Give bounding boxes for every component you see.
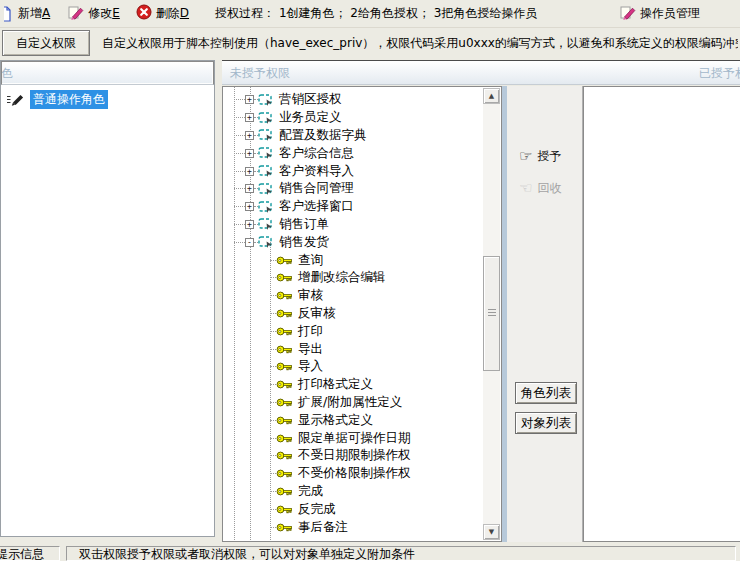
tree-connector	[234, 206, 245, 207]
tree-connector	[234, 171, 245, 172]
tree-permission-node[interactable]: 限定单据可操作日期	[224, 429, 483, 447]
expand-toggle-icon[interactable]: +	[245, 149, 254, 158]
tab-custom-permission[interactable]: 自定义权限	[2, 30, 90, 56]
roles-panel: 角色 普通操作角色	[0, 60, 215, 537]
tree-branch-node[interactable]: -销售发货	[224, 233, 483, 251]
tree-node-label: 增删改综合编辑	[298, 269, 386, 286]
key-icon	[276, 272, 293, 283]
expand-toggle-icon[interactable]: +	[245, 113, 254, 122]
tree-permission-node[interactable]: 反审核	[224, 305, 483, 323]
role-pen-icon	[6, 93, 30, 106]
key-icon	[276, 415, 293, 426]
scrollbar-thumb[interactable]	[483, 256, 500, 371]
module-icon	[258, 129, 273, 141]
permissions-header-bar: 未授予权限 已授予权限	[222, 61, 740, 85]
expand-toggle-icon[interactable]: +	[245, 184, 254, 193]
unauthorized-permissions-tree: +营销区授权+业务员定义+配置及数据字典+客户综合信息+客户资料导入+销售合同管…	[222, 86, 502, 542]
key-icon	[276, 308, 293, 319]
operator-management-button[interactable]: 操作员管理	[620, 4, 700, 23]
grant-button-label: 授予	[537, 148, 561, 165]
edit-button[interactable]: 修改E	[64, 2, 124, 25]
module-icon	[258, 218, 273, 230]
tree-permission-node[interactable]: 不受日期限制操作权	[224, 447, 483, 465]
revoke-button[interactable]: ☜ 回收	[519, 180, 561, 197]
tree-node-label: 客户选择窗口	[279, 198, 354, 215]
tree-permission-node[interactable]: 事后备注	[224, 518, 483, 536]
delete-button-label: 删除D	[156, 5, 189, 22]
module-icon	[258, 94, 273, 106]
tree-node-label: 客户综合信息	[279, 145, 354, 162]
tree-node-label: 配置及数据字典	[279, 127, 367, 144]
tree-permission-node[interactable]: 查询	[224, 251, 483, 269]
module-icon	[258, 165, 273, 177]
expand-toggle-icon[interactable]: +	[245, 220, 254, 229]
roles-list: 普通操作角色	[1, 87, 214, 536]
module-icon	[258, 201, 273, 213]
tree-permission-node[interactable]: 打印	[224, 322, 483, 340]
expand-toggle-icon[interactable]: +	[245, 95, 254, 104]
delete-button[interactable]: 删除D	[132, 2, 193, 25]
role-list-item[interactable]: 普通操作角色	[1, 91, 214, 108]
tree-node-label: 反完成	[298, 501, 336, 518]
grant-button[interactable]: ☞ 授予	[519, 148, 561, 165]
module-icon	[258, 236, 273, 248]
tree-permission-node[interactable]: 打印格式定义	[224, 376, 483, 394]
tree-permission-node[interactable]: 审核	[224, 287, 483, 305]
tree-branch-node[interactable]: +客户选择窗口	[224, 198, 483, 216]
roles-panel-header: 角色	[1, 61, 214, 85]
key-icon	[276, 344, 293, 355]
tree-permission-node[interactable]: 显示格式定义	[224, 411, 483, 429]
new-page-icon	[4, 6, 14, 22]
expand-toggle-icon[interactable]: +	[245, 167, 254, 176]
tree-permission-node[interactable]: 导入	[224, 358, 483, 376]
expand-toggle-icon[interactable]: +	[245, 202, 254, 211]
add-button-label: 新增A	[18, 5, 50, 22]
tree-branch-node[interactable]: +客户资料导入	[224, 162, 483, 180]
tree-node-label: 审核	[298, 287, 323, 304]
tree-connector	[234, 188, 245, 189]
tree-node-label: 导入	[298, 358, 323, 375]
tree-node-label: 销售发货	[279, 234, 329, 251]
key-icon	[276, 255, 293, 266]
tree-branch-node[interactable]: +配置及数据字典	[224, 127, 483, 145]
scroll-down-arrow-icon[interactable]: ▼	[483, 524, 500, 540]
tree-permission-node-partial[interactable]	[224, 536, 483, 540]
object-list-button[interactable]: 对象列表	[515, 412, 577, 434]
tree-branch-node[interactable]: +业务员定义	[224, 109, 483, 127]
tree-permission-node[interactable]: 导出	[224, 340, 483, 358]
operator-management-label: 操作员管理	[640, 5, 700, 22]
tree-node-label: 不受日期限制操作权	[298, 447, 411, 464]
tree-permission-node[interactable]: 不受价格限制操作权	[224, 465, 483, 483]
hand-point-right-icon: ☞	[519, 149, 532, 164]
custom-permission-description: 自定义权限用于脚本控制使用（have_exec_priv），权限代码采用u0xx…	[102, 28, 738, 58]
expand-toggle-icon[interactable]: +	[245, 131, 254, 140]
add-button[interactable]: 新增A	[0, 3, 54, 24]
tree-branch-node[interactable]: +销售订单	[224, 216, 483, 234]
key-icon	[276, 361, 293, 372]
tree-node-label: 营销区授权	[279, 91, 342, 108]
tree-permission-node[interactable]: 反完成	[224, 500, 483, 518]
tree-node-label: 业务员定义	[279, 109, 342, 126]
tab-custom-permission-label: 自定义权限	[16, 35, 76, 52]
authorized-header-label: 已授予权限	[699, 65, 740, 82]
module-icon	[258, 112, 273, 124]
tree-node-label: 销售订单	[279, 216, 329, 233]
tree-permission-node[interactable]: 完成	[224, 483, 483, 501]
actions-panel: ☞ 授予 ☜ 回收 角色列表 对象列表	[507, 86, 583, 542]
tree-node-label: 限定单据可操作日期	[298, 430, 411, 447]
tree-node-label: 不受价格限制操作权	[298, 465, 411, 482]
scroll-up-arrow-icon[interactable]: ▲	[483, 88, 500, 104]
collapse-toggle-icon[interactable]: -	[245, 238, 254, 247]
key-icon	[276, 397, 293, 408]
tree-node-label: 查询	[298, 252, 323, 269]
tree-branch-node[interactable]: +销售合同管理	[224, 180, 483, 198]
tree-permission-node[interactable]: 增删改综合编辑	[224, 269, 483, 287]
tree-branch-node[interactable]: +营销区授权	[224, 91, 483, 109]
tree-branch-node[interactable]: +客户综合信息	[224, 144, 483, 162]
tree-node-label: 反审核	[298, 305, 336, 322]
tree-permission-node[interactable]: 扩展/附加属性定义	[224, 394, 483, 412]
tree-scrollbar[interactable]: ▲ ▼	[483, 88, 500, 540]
role-list-button[interactable]: 角色列表	[515, 382, 577, 404]
tree-node-label: 事后备注	[298, 519, 348, 536]
tree-connector	[234, 224, 245, 225]
